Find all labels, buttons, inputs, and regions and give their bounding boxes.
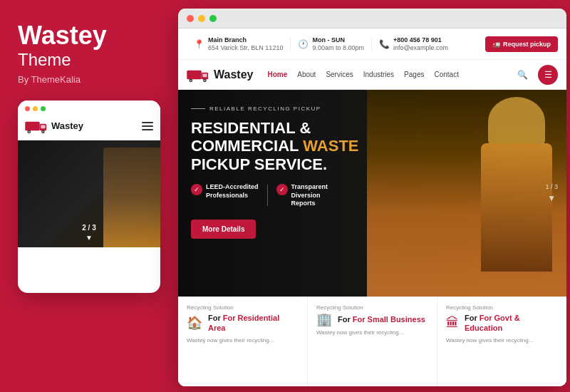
browser-panel: 📍 Main Branch 654 Varick Str, BLN 11210 … (178, 9, 566, 386)
hero-feature-leed: ✓ LEED-AccreditedProfessionals (191, 183, 259, 200)
branch-info: 📍 Main Branch 654 Varick Str, BLN 11210 (187, 36, 290, 52)
mobile-logo-area: Wastey (25, 118, 83, 134)
nav-link-industries[interactable]: Industries (363, 71, 394, 78)
dot-green (41, 106, 46, 111)
hours-value: 9.00am to 8.00pm (312, 44, 364, 52)
branch-label: Main Branch (208, 36, 283, 44)
svg-point-4 (28, 130, 30, 132)
headline-accent: WASTE (303, 137, 358, 155)
checkmark-icon-1: ✓ (191, 184, 202, 195)
svg-rect-0 (25, 121, 39, 130)
svg-point-11 (190, 79, 192, 81)
slide-number: 1 / 3 (545, 183, 558, 190)
search-button[interactable]: 🔍 (512, 65, 532, 85)
card-eyebrow-3: Recycling Solution (446, 304, 558, 311)
svg-rect-2 (41, 125, 45, 128)
hours-label: Mon - SUN (312, 36, 364, 44)
feature-diversion-text: TransparentDiversionReports (291, 183, 328, 208)
nav-link-services[interactable]: Services (326, 71, 353, 78)
card-desc-3: Wastey now gives their recycling... (446, 336, 558, 344)
card-title-2: For For Small Business (338, 314, 425, 324)
top-info-bar: 📍 Main Branch 654 Varick Str, BLN 11210 … (178, 29, 566, 60)
mobile-truck-icon (25, 118, 48, 134)
hero-section: RELIABLE RECYCLING PICKUP RESIDENTIAL & … (178, 90, 566, 296)
mobile-card-dots (18, 100, 160, 115)
svg-point-13 (204, 79, 205, 81)
brand-subtitle: Theme (18, 50, 157, 70)
dot-red (25, 106, 30, 111)
slide-indicator: 1 / 3 ▼ (545, 183, 558, 203)
feature-leed-text: LEED-AccreditedProfessionals (206, 183, 259, 200)
hero-features: ✓ LEED-AccreditedProfessionals ✓ Transpa… (191, 183, 386, 208)
headline-line2: COMMERCIAL (191, 137, 299, 155)
browser-titlebar (178, 9, 566, 29)
card-eyebrow-1: Recycling Solution (187, 304, 299, 311)
phone-icon: 📞 (379, 39, 390, 49)
checkmark-icon-2: ✓ (276, 184, 288, 195)
card-icon-row-1: 🏠 For For Residential Area (187, 313, 299, 334)
nav-logo: Wastey (187, 67, 253, 83)
nav-icons: 🔍 ☰ (512, 65, 558, 85)
nav-link-about[interactable]: About (297, 71, 316, 78)
headline-line1: RESIDENTIAL & (191, 119, 311, 137)
hamburger-icon[interactable] (142, 122, 153, 130)
mobile-nav: Wastey (18, 115, 160, 140)
card-desc-2: Wastey now gives their recycling... (316, 329, 428, 336)
brand-title: Wastey (18, 21, 157, 50)
browser-dot-yellow (198, 15, 205, 22)
hero-eyebrow: RELIABLE RECYCLING PICKUP (191, 105, 386, 112)
mobile-hero-image: 2 / 3 ▼ (18, 140, 160, 247)
browser-dot-red (187, 15, 194, 22)
card-govt-education: Recycling Solution 🏛 For For Govt & Educ… (437, 297, 566, 386)
bottom-cards: Recycling Solution 🏠 For For Residential… (178, 296, 566, 386)
brand-by: By ThemeKalia (18, 74, 157, 85)
nav-link-contact[interactable]: Contact (434, 71, 458, 78)
card-title-1: For For Residential Area (208, 313, 299, 334)
nav-links: Home About Services Industries Pages Con… (267, 71, 512, 78)
building-icon-1: 🏠 (187, 316, 202, 329)
svg-rect-7 (187, 70, 201, 79)
mobile-page-number: 2 / 3 (82, 224, 95, 232)
card-desc-1: Wastey now gives their recycling... (187, 336, 299, 344)
card-title-3: For For Govt & Education (465, 313, 558, 334)
hero-headline: RESIDENTIAL & COMMERCIAL WASTE PICKUP SE… (191, 119, 386, 173)
hours-info: 🕐 Mon - SUN 9.00am to 8.00pm (290, 36, 371, 52)
branch-value: 654 Varick Str, BLN 11210 (208, 44, 283, 52)
menu-button[interactable]: ☰ (538, 65, 558, 85)
card-icon-row-2: 🏢 For For Small Business (316, 313, 428, 326)
phone-info: 📞 +800 456 78 901 info@example.com (371, 36, 455, 52)
browser-dot-green (209, 15, 217, 22)
building-icon-2: 🏢 (316, 313, 332, 326)
card-eyebrow-2: Recycling Solution (316, 304, 428, 311)
card-residential: Recycling Solution 🏠 For For Residential… (178, 297, 308, 386)
nav-link-pages[interactable]: Pages (404, 71, 424, 78)
location-icon: 📍 (194, 39, 204, 49)
dot-yellow (33, 106, 38, 111)
phone-value: info@example.com (393, 44, 448, 52)
truck-icon: 🚛 (492, 41, 500, 48)
phone-label: +800 456 78 901 (393, 36, 448, 44)
svg-point-6 (42, 130, 43, 132)
mobile-logo-text: Wastey (51, 120, 83, 131)
nav-logo-text: Wastey (214, 68, 253, 81)
slide-arrow-down-icon: ▼ (547, 193, 556, 203)
hero-feature-diversion: ✓ TransparentDiversionReports (276, 183, 328, 208)
left-panel: Wastey Theme By ThemeKalia Wastey (0, 0, 175, 392)
building-icon-3: 🏛 (446, 316, 459, 329)
card-icon-row-3: 🏛 For For Govt & Education (446, 313, 558, 334)
hero-content: RELIABLE RECYCLING PICKUP RESIDENTIAL & … (178, 90, 399, 254)
nav-link-home[interactable]: Home (267, 71, 287, 78)
main-nav: Wastey Home About Services Industries Pa… (178, 60, 566, 90)
svg-rect-9 (202, 73, 207, 77)
nav-truck-icon (187, 67, 209, 83)
more-details-button[interactable]: More Details (191, 220, 256, 239)
mobile-pagination: 2 / 3 ▼ (18, 224, 160, 242)
headline-line3: PICKUP (191, 155, 250, 173)
chevron-down-icon: ▼ (86, 234, 93, 242)
mobile-preview-card: Wastey 2 / 3 ▼ (18, 100, 160, 293)
headline-end: SERVICE. (254, 155, 327, 173)
request-pickup-button[interactable]: 🚛 Request pickup (485, 36, 558, 52)
card-small-business: Recycling Solution 🏢 For For Small Busin… (308, 297, 437, 386)
clock-icon: 🕐 (298, 39, 309, 49)
feature-divider (267, 185, 268, 206)
